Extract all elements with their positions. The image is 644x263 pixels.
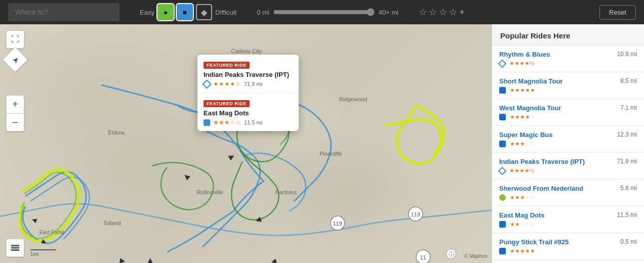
mapbox-attribution: © Mapbox: [464, 253, 488, 259]
svg-rect-16: [11, 249, 19, 251]
ride-info: Pungy Stick Trail #925 ★★★★★: [499, 238, 620, 254]
top-navigation: Easy ● ■ ◆ Difficult 0 mi 40+ mi ☆ ☆ ☆ ☆…: [0, 0, 644, 24]
ride-icon: [499, 114, 506, 120]
svg-text:▶: ▶: [146, 258, 153, 263]
ride-icon: [498, 59, 507, 68]
ride-icon: [499, 87, 506, 94]
map-popup: FEATURED RIDE Indian Peaks Traverse (IPT…: [197, 55, 299, 131]
ride-name: Rhythm & Blues: [499, 51, 617, 58]
map-top-controls: ⛶ ➤: [6, 30, 24, 69]
popup-title-2: East Mag Dots: [204, 109, 293, 117]
star-3[interactable]: ☆: [439, 7, 447, 18]
featured-badge-2: FEATURED RIDE: [204, 100, 250, 107]
difficult-diamond-button[interactable]: ◆: [196, 4, 212, 20]
ride-item-east-mag-dots[interactable]: East Mag Dots ★★☆☆☆ 11.5 mi: [492, 206, 644, 233]
popup-item-ipt[interactable]: FEATURED RIDE Indian Peaks Traverse (IPT…: [197, 55, 299, 93]
popup-dist-1: 71.9 mi: [244, 81, 262, 87]
ride-name: Pungy Stick Trail #925: [499, 238, 620, 246]
dist-max-label: 40+ mi: [379, 9, 398, 16]
popup-meta-2: ★★★☆☆ 11.5 mi: [204, 119, 293, 126]
ride-meta: ★★★★☆: [499, 114, 620, 120]
ride-item-ipt[interactable]: Indian Peaks Traverse (IPT) ★★★★½ 71.9 m…: [492, 153, 644, 180]
star-add-button[interactable]: +: [459, 7, 465, 18]
ride-icon: [499, 194, 506, 201]
ride-item-rhythm-blues[interactable]: Rhythm & Blues ★★★★½ 10.9 mi: [492, 46, 644, 72]
ride-name: East Mag Dots: [499, 211, 617, 219]
ride-icon: [498, 166, 507, 175]
sidebar: Popular Rides Here Rhythm & Blues ★★★★½ …: [492, 24, 644, 263]
difficulty-filter: Easy ● ■ ◆ Difficult: [140, 4, 236, 20]
ride-distance: 7.1 mi: [620, 104, 637, 111]
intermediate-blue-button[interactable]: ■: [177, 4, 193, 20]
ride-stars: ★★★★☆: [510, 114, 535, 120]
ride-info: Indian Peaks Traverse (IPT) ★★★★½: [499, 158, 617, 174]
ride-stars: ★★★★★: [510, 248, 535, 254]
layers-icon: [10, 243, 20, 253]
zoom-in-button[interactable]: +: [6, 95, 24, 113]
ride-stars: ★★★★½: [509, 60, 534, 67]
zoom-out-button[interactable]: −: [6, 113, 24, 132]
search-input[interactable]: [8, 3, 119, 21]
popup-icon-2: [204, 119, 210, 126]
easy-green-button[interactable]: ●: [157, 4, 174, 20]
ride-stars: ★★★★★: [510, 87, 535, 94]
svg-text:119: 119: [333, 221, 342, 227]
ride-distance: 5.8 mi: [620, 185, 637, 192]
svg-text:▶: ▶: [227, 151, 236, 161]
svg-rect-18: [11, 245, 19, 246]
ride-item-super-magic-bus[interactable]: Super Magic Bus ★★★☆☆ 12.3 mi: [492, 126, 644, 153]
svg-text:▶: ▶: [254, 216, 262, 226]
ride-meta: ★★★★½: [499, 60, 617, 67]
info-button[interactable]: ⓘ: [446, 249, 456, 259]
star-4[interactable]: ☆: [449, 7, 457, 18]
layers-button[interactable]: [6, 239, 24, 257]
popup-icon-1: [202, 79, 211, 89]
popup-item-emd[interactable]: FEATURED RIDE East Mag Dots ★★★☆☆ 11.5 m…: [197, 93, 299, 131]
ride-meta: ★★☆☆☆: [499, 221, 617, 228]
distance-slider[interactable]: [273, 8, 375, 16]
star-2[interactable]: ☆: [429, 7, 437, 18]
ride-info: East Mag Dots ★★☆☆☆: [499, 211, 617, 228]
ride-distance: 71.9 mi: [617, 158, 637, 165]
ride-meta: ★★★★½: [499, 167, 617, 174]
ride-icon: [499, 248, 506, 254]
ride-name: Indian Peaks Traverse (IPT): [499, 158, 617, 165]
ride-item-sherwood[interactable]: Sherwood From Nederland ★★★☆☆ 5.8 mi: [492, 180, 644, 206]
dist-min-label: 0 mi: [257, 9, 269, 16]
ride-stars: ★★★☆☆: [510, 194, 535, 201]
ride-icon: [499, 141, 506, 147]
zoom-controls: + −: [6, 95, 24, 132]
scale-bar: 1mi: [30, 249, 56, 257]
ride-info: West Magnolia Tour ★★★★☆: [499, 104, 620, 120]
ride-item-aspen-alley[interactable]: Aspen Alley Trail #342A ★★★☆☆: [492, 260, 644, 263]
svg-text:▶: ▶: [30, 216, 37, 225]
ride-meta: ★★★☆☆: [499, 141, 617, 147]
svg-text:11: 11: [420, 254, 426, 260]
popup-dist-2: 11.5 mi: [244, 119, 262, 125]
ride-info: Short Magnolia Tour ★★★★★: [499, 77, 620, 94]
ride-stars: ★★★☆☆: [510, 141, 535, 147]
fullscreen-button[interactable]: ⛶: [6, 30, 24, 49]
svg-text:▶: ▶: [182, 172, 191, 182]
ride-distance: 11.5 mi: [617, 211, 637, 218]
ride-info: Sherwood From Nederland ★★★☆☆: [499, 185, 620, 201]
ride-icon: [499, 221, 506, 228]
ride-item-west-magnolia[interactable]: West Magnolia Tour ★★★★☆ 7.1 mi: [492, 99, 644, 126]
popup-meta-1: ★★★★☆ 71.9 mi: [204, 80, 293, 87]
ride-distance: 10.9 mi: [617, 51, 637, 58]
ride-info: Rhythm & Blues ★★★★½: [499, 51, 617, 67]
reset-button[interactable]: Reset: [599, 5, 636, 20]
map-container[interactable]: ▶ ▶ ▶ ▶ ▶ ▶ ▶ ▶ 119 119 11 17-N Caribou …: [0, 24, 492, 263]
ride-meta: ★★★★★: [499, 248, 620, 254]
ride-name: Short Magnolia Tour: [499, 77, 620, 85]
easy-label: Easy: [140, 9, 154, 16]
difficult-label: Difficult: [215, 9, 236, 16]
ride-distance: 0.5 mi: [620, 238, 637, 245]
svg-text:▶: ▶: [119, 256, 127, 263]
star-1[interactable]: ☆: [419, 7, 427, 18]
ride-info: Super Magic Bus ★★★☆☆: [499, 131, 617, 147]
location-button[interactable]: ➤: [3, 47, 28, 73]
ride-item-pungy-stick[interactable]: Pungy Stick Trail #925 ★★★★★ 0.5 mi: [492, 233, 644, 260]
ride-distance: 8.5 mi: [620, 77, 637, 84]
ride-item-short-magnolia[interactable]: Short Magnolia Tour ★★★★★ 8.5 mi: [492, 72, 644, 99]
